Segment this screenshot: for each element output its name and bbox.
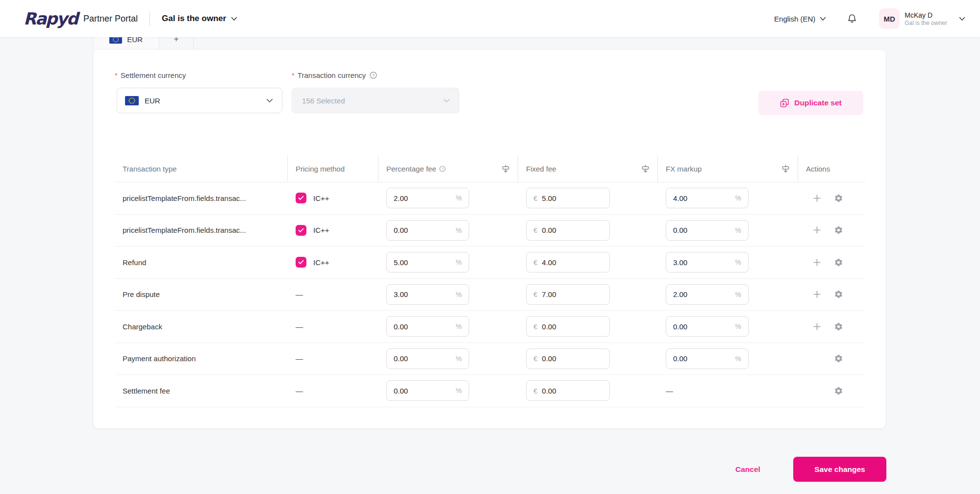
fixed-fee-input[interactable] xyxy=(542,354,603,363)
fixed-fee-input[interactable] xyxy=(542,290,603,298)
percentage-fee-cell: % xyxy=(378,252,518,272)
fx-markup-field: % xyxy=(666,348,749,369)
percentage-fee-field: % xyxy=(386,380,469,401)
fx-markup-field: % xyxy=(666,188,749,208)
percentage-fee-cell: % xyxy=(378,284,518,305)
settings-gear-button[interactable] xyxy=(834,225,843,235)
percentage-fee-input[interactable] xyxy=(394,226,452,234)
header-right: English (EN) MD McKay D Gal is the owner xyxy=(774,8,965,29)
duplicate-set-button[interactable]: Duplicate set xyxy=(758,91,863,115)
add-fee-button[interactable] xyxy=(813,290,821,298)
pricing-method-checkbox[interactable] xyxy=(296,257,306,268)
percentage-fee-input[interactable] xyxy=(394,258,452,267)
settings-gear-button[interactable] xyxy=(834,194,843,203)
settings-gear-button[interactable] xyxy=(834,322,843,331)
transaction-currency-select[interactable]: 156 Selected xyxy=(292,88,459,113)
language-label: English (EN) xyxy=(774,15,815,23)
transaction-currency-label: * Transaction currency ? xyxy=(292,71,377,79)
table-row: pricelistTemplateFrom.fields.transac... … xyxy=(115,215,865,247)
svg-text:?: ? xyxy=(372,73,375,78)
fixed-fee-cell: € xyxy=(518,380,658,401)
percent-suffix: % xyxy=(456,194,462,202)
table-body: pricelistTemplateFrom.fields.transac... … xyxy=(115,182,865,407)
col-percentage-fee: Percentage fee ? xyxy=(378,155,518,182)
language-switcher[interactable]: English (EN) xyxy=(774,15,826,23)
pricing-method-checkbox[interactable] xyxy=(296,225,306,236)
transaction-type-cell: Chargeback xyxy=(115,322,288,331)
svg-text:?: ? xyxy=(441,167,443,171)
fx-markup-input[interactable] xyxy=(673,258,731,267)
percentage-fee-input[interactable] xyxy=(394,194,452,202)
fixed-fee-field: € xyxy=(526,220,610,241)
notifications-button[interactable] xyxy=(847,13,857,25)
percentage-fee-field: % xyxy=(386,348,469,369)
add-fee-button[interactable] xyxy=(813,322,821,331)
transaction-currency-value: 156 Selected xyxy=(302,97,345,105)
fx-markup-input[interactable] xyxy=(673,194,731,202)
transaction-type-label: Refund xyxy=(123,258,146,267)
settings-gear-button[interactable] xyxy=(834,258,843,267)
settings-gear-button[interactable] xyxy=(834,354,843,363)
percentage-fee-input[interactable] xyxy=(394,387,452,395)
fixed-fee-input[interactable] xyxy=(542,258,603,267)
fx-percent-suffix: % xyxy=(735,226,741,234)
fees-table: Transaction type Pricing method Percenta… xyxy=(115,155,865,407)
help-icon[interactable]: ? xyxy=(439,166,446,172)
fixed-fee-input[interactable] xyxy=(542,387,603,395)
settings-gear-button[interactable] xyxy=(834,386,843,395)
pricing-method-cell: IC++ xyxy=(288,257,378,268)
fx-markup-field: % xyxy=(666,252,749,272)
eu-flag-icon xyxy=(125,96,139,105)
apply-to-column-icon[interactable] xyxy=(502,165,510,173)
add-fee-button[interactable] xyxy=(813,258,821,267)
settings-gear-button[interactable] xyxy=(834,290,843,299)
add-fee-button[interactable] xyxy=(813,194,821,202)
col-fx-markup: FX markup xyxy=(658,155,798,182)
percent-suffix: % xyxy=(456,355,462,363)
fx-markup-cell: % xyxy=(658,188,798,208)
percentage-fee-cell: % xyxy=(378,188,518,208)
percent-suffix: % xyxy=(456,226,462,234)
fx-markup-input[interactable] xyxy=(673,354,731,363)
fx-markup-input[interactable] xyxy=(673,226,731,234)
fixed-fee-input[interactable] xyxy=(542,322,603,331)
table-row: pricelistTemplateFrom.fields.transac... … xyxy=(115,182,865,215)
percentage-fee-input[interactable] xyxy=(394,290,452,298)
fixed-fee-input[interactable] xyxy=(542,226,603,234)
add-fee-button[interactable] xyxy=(813,226,821,234)
fx-markup-input[interactable] xyxy=(673,322,731,331)
apply-to-column-icon[interactable] xyxy=(641,165,650,173)
pricing-method-label: IC++ xyxy=(313,258,329,267)
help-icon[interactable]: ? xyxy=(370,72,377,79)
currency-prefix: € xyxy=(533,322,537,331)
fixed-fee-input[interactable] xyxy=(542,194,603,202)
actions-cell xyxy=(798,258,865,267)
org-switcher[interactable]: Gal is the owner xyxy=(162,14,237,24)
settlement-currency-select[interactable]: EUR xyxy=(117,88,282,113)
fx-markup-empty: — xyxy=(666,387,673,395)
transaction-type-cell: pricelistTemplateFrom.fields.transac... xyxy=(115,194,288,202)
cancel-button[interactable]: Cancel xyxy=(729,460,766,479)
table-row: Refund IC++ % € % xyxy=(115,247,865,279)
product-title: Partner Portal xyxy=(83,14,138,24)
user-menu-chevron[interactable] xyxy=(959,17,965,21)
avatar[interactable]: MD xyxy=(879,8,900,29)
transaction-type-cell: Refund xyxy=(115,258,288,267)
percentage-fee-input[interactable] xyxy=(394,354,452,363)
currency-prefix: € xyxy=(533,226,537,234)
fx-markup-input[interactable] xyxy=(673,290,731,298)
transaction-type-label: Pre dispute xyxy=(123,290,160,298)
transaction-type-cell: Settlement fee xyxy=(115,387,288,395)
fx-percent-suffix: % xyxy=(735,322,741,330)
col-actions: Actions xyxy=(798,155,865,182)
save-changes-button[interactable]: Save changes xyxy=(793,457,886,482)
duplicate-set-label: Duplicate set xyxy=(794,99,841,107)
apply-to-column-icon[interactable] xyxy=(781,165,790,173)
top-header: Rapyd Partner Portal Gal is the owner En… xyxy=(0,0,980,37)
settlement-currency-label: * Settlement currency xyxy=(115,71,186,79)
pricing-method-cell: — xyxy=(288,322,378,331)
percentage-fee-input[interactable] xyxy=(394,322,452,331)
required-marker: * xyxy=(292,71,295,79)
pricing-method-checkbox[interactable] xyxy=(296,193,306,203)
fx-markup-cell: — xyxy=(658,387,798,395)
